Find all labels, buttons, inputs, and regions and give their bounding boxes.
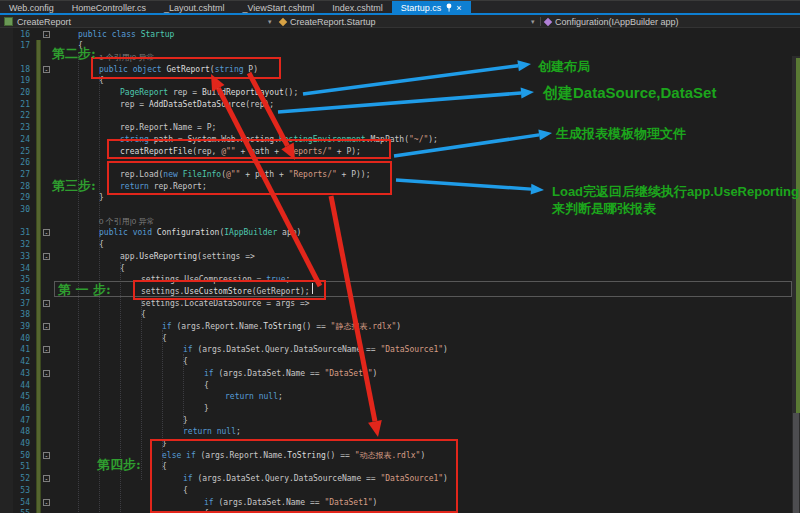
code-line[interactable]: 52-if (args.DataSet.Query.DataSourceName… (0, 473, 792, 485)
fold-collapse-box[interactable]: - (43, 499, 50, 506)
tab-label: HomeController.cs (72, 3, 146, 13)
fold-collapse-box[interactable]: - (43, 300, 50, 307)
code-line[interactable]: 53{ (0, 485, 792, 497)
code-line[interactable]: 44{ (0, 380, 792, 392)
code-line[interactable]: 39-if (args.Report.Name.ToString() == "静… (0, 321, 792, 333)
pin-icon[interactable] (446, 3, 452, 14)
code-line[interactable]: 46} (0, 403, 792, 415)
code-line[interactable]: 34{ (0, 263, 792, 275)
code-line[interactable]: 33-app.UseReporting(settings => (0, 251, 792, 263)
code-line[interactable]: 25creatReportFile(rep, @"" + path + "Rep… (0, 146, 792, 158)
fold-collapse-box[interactable]: - (43, 229, 50, 236)
line-number: 31 (0, 227, 30, 239)
code-line[interactable]: 36settings.UseCustomStore(GetReport); (0, 286, 792, 298)
codelens-row[interactable]: 1 个引用|0 异常 (0, 52, 792, 64)
code-line[interactable]: 45return null; (0, 391, 792, 403)
line-number: 46 (0, 403, 30, 415)
code-line[interactable]: 42{ (0, 356, 792, 368)
code-text: { (204, 508, 209, 513)
line-number: 26 (0, 157, 30, 169)
code-text: if (args.DataSet.Query.DataSourceName ==… (183, 473, 448, 485)
code-text: { (162, 461, 167, 473)
line-number: 33 (0, 251, 30, 263)
code-text: creatReportFile(rep, @"" + path + "Repor… (120, 146, 361, 158)
code-text: } (99, 192, 104, 204)
text-cursor (312, 283, 313, 294)
code-line[interactable]: 22 (0, 110, 792, 122)
code-text: { (204, 380, 209, 392)
fold-collapse-box[interactable]: - (43, 253, 50, 260)
tab-label: Web.config (9, 3, 54, 13)
code-line[interactable]: 55{ (0, 508, 792, 513)
line-number: 18 (0, 64, 30, 76)
fold-collapse-box[interactable]: - (43, 475, 50, 482)
breadcrumb-member[interactable]: Configuration(IAppBuilder app) (545, 15, 679, 28)
code-text: settings.LocateDataSource = args => (141, 298, 310, 310)
line-number: 41 (0, 344, 30, 356)
code-line[interactable]: 47} (0, 415, 792, 427)
code-line[interactable]: 35settings.UseCompression = true; (0, 274, 792, 286)
code-text: { (141, 309, 146, 321)
fold-collapse-box[interactable]: - (43, 346, 50, 353)
fold-collapse-box[interactable]: - (43, 66, 50, 73)
code-line[interactable]: 26 (0, 157, 792, 169)
ide-window: Web.configHomeController.cs_Layout.cshtm… (0, 0, 800, 513)
code-line[interactable]: 37-settings.LocateDataSource = args => (0, 298, 792, 310)
breadcrumb-class[interactable]: CreateReport.Startup (280, 15, 376, 28)
tab-label: Startup.cs (401, 3, 442, 13)
tab-label: Index.cshtml (332, 3, 383, 13)
code-line[interactable]: 48return null; (0, 426, 792, 438)
code-text: if (args.DataSet.Name == "DataSet1") (204, 497, 377, 509)
tab-bar: Web.configHomeController.cs_Layout.cshtm… (0, 0, 800, 14)
code-line[interactable]: 54-if (args.DataSet.Name == "DataSet1") (0, 497, 792, 509)
codelens-references[interactable]: 0 个引用|0 异常 (99, 216, 154, 228)
codelens-row[interactable]: 0 个引用|0 异常 (0, 216, 792, 228)
line-number: 28 (0, 181, 30, 193)
fold-collapse-box[interactable]: - (43, 31, 50, 38)
code-text: { (162, 333, 167, 345)
code-line[interactable]: 18-public object GetReport(string P) (0, 64, 792, 76)
code-line[interactable]: 40{ (0, 333, 792, 345)
code-text: if (args.DataSet.Name == "DataSet1") (204, 368, 377, 380)
line-number: 27 (0, 169, 30, 181)
fold-collapse-box[interactable]: - (43, 452, 50, 459)
breadcrumb-project[interactable]: CreateReport (4, 15, 71, 28)
scrollbar-change-marks (796, 58, 800, 413)
line-number: 50 (0, 450, 30, 462)
code-line[interactable]: 32{ (0, 239, 792, 251)
code-text: if (args.DataSet.Query.DataSourceName ==… (183, 344, 448, 356)
breadcrumb-class-label: CreateReport.Startup (290, 17, 376, 27)
code-text: } (162, 438, 167, 450)
code-line[interactable]: 16-public class Startup (0, 29, 792, 41)
breadcrumb-member-label: Configuration(IAppBuilder app) (555, 17, 679, 27)
code-text: PageReport rep = BuildReportLayout(); (120, 87, 298, 99)
chevron-down-icon[interactable]: ▾ (268, 18, 272, 26)
close-icon[interactable]: × (456, 4, 461, 13)
code-text: if (args.Report.Name.ToString() == "静态报表… (162, 321, 401, 333)
line-number: 19 (0, 75, 30, 87)
code-line[interactable]: 27rep.Load(new FileInfo(@"" + path + "Re… (0, 169, 792, 181)
code-line[interactable]: 17{ (0, 40, 792, 52)
chevron-down-icon[interactable]: ▾ (531, 18, 535, 26)
line-number: 35 (0, 274, 30, 286)
step-label: 第四步: (97, 456, 141, 474)
breadcrumb-project-label: CreateReport (17, 17, 71, 27)
code-line[interactable]: 41-if (args.DataSet.Query.DataSourceName… (0, 344, 792, 356)
annotation-note: Load完返回后继续执行app.UseReporting 来判断是哪张报表 (552, 183, 799, 217)
code-line[interactable]: 31-public void Configuration(IAppBuilder… (0, 227, 792, 239)
line-number: 54 (0, 497, 30, 509)
code-text: { (99, 239, 104, 251)
code-line[interactable]: 49} (0, 438, 792, 450)
line-number: 24 (0, 134, 30, 146)
code-text: return rep.Report; (120, 181, 207, 193)
code-line[interactable]: 43-if (args.DataSet.Name == "DataSet1") (0, 368, 792, 380)
fold-collapse-box[interactable]: - (43, 323, 50, 330)
codelens-references[interactable]: 1 个引用|0 异常 (99, 52, 154, 64)
scrollbar-thumb[interactable] (793, 413, 799, 513)
step-label: 第二步: (52, 45, 96, 63)
line-number: 37 (0, 298, 30, 310)
fold-collapse-box[interactable]: - (43, 370, 50, 377)
breadcrumb-separator (540, 17, 541, 26)
line-number: 21 (0, 99, 30, 111)
code-line[interactable]: 38{ (0, 309, 792, 321)
